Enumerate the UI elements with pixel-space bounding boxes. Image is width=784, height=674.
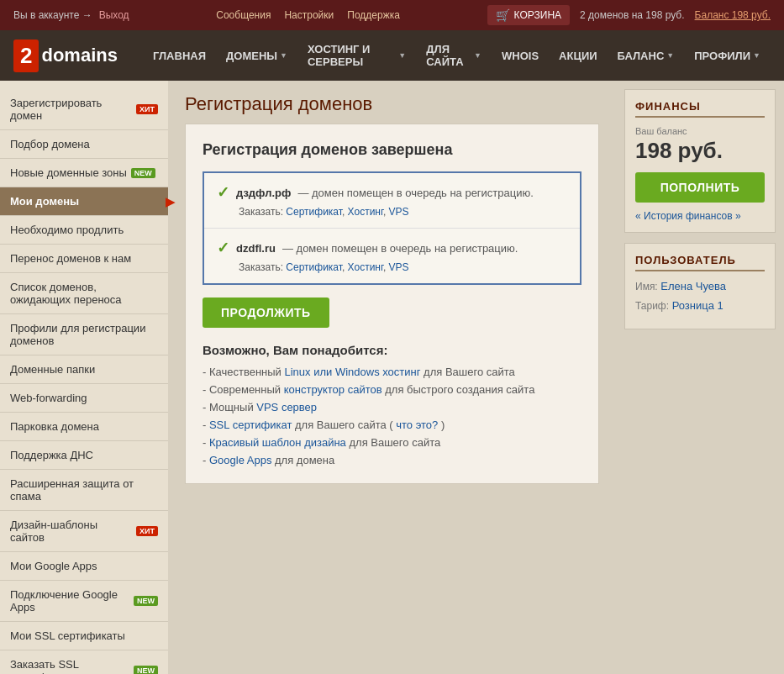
domain-name-2: dzdfl.ru xyxy=(236,242,276,255)
user-name-link[interactable]: Елена Чуева xyxy=(660,280,726,292)
sidebar-item-folders[interactable]: Доменные папки xyxy=(0,355,168,384)
sidebar-item-transfer[interactable]: Перенос доменов к нам xyxy=(0,245,168,273)
sidebar-item-my-domains[interactable]: Мои домены xyxy=(0,187,168,216)
history-link[interactable]: « История финансов » xyxy=(635,210,741,222)
page-title: Регистрация доменов xyxy=(185,93,599,115)
user-name-row: Имя: Елена Чуева xyxy=(635,280,765,292)
user-name-label: Имя: xyxy=(635,281,658,292)
chevron-down-icon: ▼ xyxy=(398,51,406,60)
may-need-title: Возможно, Вам понадобится: xyxy=(203,343,581,357)
sidebar-item-order-ssl[interactable]: Заказать SSL сертификат NEW xyxy=(0,650,168,674)
sidebar-item-webforward[interactable]: Web-forwarding xyxy=(0,384,168,413)
check-icon-2: ✓ xyxy=(217,239,229,257)
may-need-item-6: Google Apps для домена xyxy=(203,454,581,466)
continue-button[interactable]: ПРОДОЛЖИТЬ xyxy=(203,298,329,328)
domain-hosting-link-2[interactable]: Хостинг xyxy=(348,261,383,273)
chevron-down-icon: ▼ xyxy=(753,51,760,60)
sidebar-item-register-domain[interactable]: Зарегистрировать домен ХИТ xyxy=(0,89,168,130)
domain-cert-link-1[interactable]: Сертификат xyxy=(286,206,342,218)
check-icon-1: ✓ xyxy=(217,183,229,202)
badge-new: NEW xyxy=(131,168,155,178)
balance-link[interactable]: Баланс 198 руб. xyxy=(695,9,771,21)
may-need-item-4: SSL сертификат для Вашего сайта ( что эт… xyxy=(203,419,581,431)
domain-hosting-link-1[interactable]: Хостинг xyxy=(348,206,383,218)
top-bar-right: 🛒 КОРЗИНА 2 доменов на 198 руб. Баланс 1… xyxy=(487,5,771,25)
nav-support[interactable]: Поддержка xyxy=(347,9,400,21)
nav-whois[interactable]: WHOIS xyxy=(492,26,549,85)
account-text: Вы в аккаунте → xyxy=(13,9,92,21)
nav-domains[interactable]: ДОМЕНЫ▼ xyxy=(216,26,297,85)
finance-title: ФИНАНСЫ xyxy=(635,100,765,118)
logo-number: 2 xyxy=(13,39,39,72)
sidebar-item-parking[interactable]: Парковка домена xyxy=(0,413,168,441)
cart-button[interactable]: 🛒 КОРЗИНА xyxy=(487,5,570,25)
sidebar-item-design[interactable]: Дизайн-шаблоны сайтов ХИТ xyxy=(0,511,168,552)
sidebar-item-profiles[interactable]: Профили для регистрации доменов xyxy=(0,314,168,355)
sidebar-item-new-zones[interactable]: Новые доменные зоны NEW xyxy=(0,159,168,187)
user-tariff-label: Тариф: xyxy=(635,300,669,312)
domain-desc-2: — домен помещен в очередь на регистрацию… xyxy=(282,242,518,255)
cart-icon: 🛒 xyxy=(496,8,510,22)
nav-profiles[interactable]: ПРОФИЛИ▼ xyxy=(684,26,771,85)
may-need-item-2: Современный конструктор сайтов для быстр… xyxy=(203,383,581,396)
sidebar-item-antispam[interactable]: Расширенная защита от спама xyxy=(0,470,168,511)
cart-info: 2 доменов на 198 руб. xyxy=(580,9,685,21)
main-content: Регистрация доменов Регистрация доменов … xyxy=(168,81,616,674)
sidebar-item-google-apps[interactable]: Мои Google Apps xyxy=(0,552,168,581)
cart-label: КОРЗИНА xyxy=(514,9,561,21)
nav-forsite[interactable]: ДЛЯ САЙТА▼ xyxy=(416,26,492,85)
right-panel: ФИНАНСЫ Ваш баланс 198 руб. ПОПОЛНИТЬ « … xyxy=(616,81,784,674)
user-tariff-link[interactable]: Розница 1 xyxy=(672,299,723,312)
top-bar-left: Вы в аккаунте → Выход xyxy=(13,9,129,21)
badge-new-2: NEW xyxy=(134,596,158,606)
sidebar-item-find-domain[interactable]: Подбор домена xyxy=(0,130,168,159)
user-name-value: Елена Чуева xyxy=(660,280,726,292)
domain-item-1-row: ✓ дздфл.рф — домен помещен в очередь на … xyxy=(217,183,567,202)
badge-new-3: NEW xyxy=(134,666,158,674)
nav-settings[interactable]: Настройки xyxy=(284,9,334,21)
sidebar-item-transfer-list[interactable]: Список доменов, ожидающих переноса xyxy=(0,273,168,314)
nav-promo[interactable]: АКЦИИ xyxy=(549,26,608,85)
domain-name-1: дздфл.рф xyxy=(236,187,291,199)
sidebar-item-connect-google[interactable]: Подключение Google Apps NEW xyxy=(0,581,168,622)
may-need-item-1: Качественный Linux или Windows хостинг д… xyxy=(203,366,581,378)
hosting-link[interactable]: Linux или Windows хостинг xyxy=(285,366,421,378)
user-tariff-value: Розница 1 xyxy=(672,299,723,312)
nav-main[interactable]: ГЛАВНАЯ xyxy=(143,26,216,85)
domain-desc-1: — домен помещен в очередь на регистрацию… xyxy=(297,187,533,199)
logo-text: domains xyxy=(41,45,117,66)
nav-hosting[interactable]: ХОСТИНГ И СЕРВЕРЫ▼ xyxy=(297,26,416,85)
domain-order-2: Заказать: Сертификат, Хостинг, VPS xyxy=(239,261,567,273)
balance-label: Ваш баланс xyxy=(635,126,765,136)
topup-button[interactable]: ПОПОЛНИТЬ xyxy=(635,172,765,203)
chevron-down-icon: ▼ xyxy=(280,51,287,60)
domain-item-1: ✓ дздфл.рф — домен помещен в очередь на … xyxy=(204,173,580,229)
vps-link[interactable]: VPS сервер xyxy=(256,401,317,413)
domain-vps-link-2[interactable]: VPS xyxy=(389,261,409,273)
header: 2 domains ГЛАВНАЯ ДОМЕНЫ▼ ХОСТИНГ И СЕРВ… xyxy=(0,30,784,81)
ssl-link[interactable]: SSL сертификат xyxy=(209,419,292,431)
domains-registered-box: ✓ дздфл.рф — домен помещен в очередь на … xyxy=(203,171,581,285)
domain-vps-link-1[interactable]: VPS xyxy=(389,206,409,218)
domain-cert-link-2[interactable]: Сертификат xyxy=(286,261,342,273)
registration-title: Регистрация доменов завершена xyxy=(203,141,581,159)
logo[interactable]: 2 domains xyxy=(13,39,118,72)
user-title: ПОЛЬЗОВАТЕЛЬ xyxy=(635,254,765,271)
may-need-item-5: Красивый шаблон дизайна для Вашего сайта xyxy=(203,436,581,449)
what-is-link[interactable]: что это? xyxy=(396,419,438,431)
may-need-item-3: Мощный VPS сервер xyxy=(203,401,581,413)
page-title-area: Регистрация доменов xyxy=(185,81,599,124)
content-box: Регистрация доменов завершена ✓ дздфл.рф… xyxy=(185,124,599,484)
google-apps-link[interactable]: Google Apps xyxy=(209,454,271,466)
balance-amount: 198 руб. xyxy=(635,138,765,164)
sidebar-item-dns[interactable]: Поддержка ДНС xyxy=(0,441,168,470)
domain-item-2: ✓ dzdfl.ru — домен помещен в очередь на … xyxy=(204,229,580,283)
logout-link[interactable]: Выход xyxy=(99,9,129,21)
may-need-list: Качественный Linux или Windows хостинг д… xyxy=(203,366,581,466)
constructor-link[interactable]: конструктор сайтов xyxy=(284,383,382,396)
nav-messages[interactable]: Сообщения xyxy=(216,9,271,21)
template-link[interactable]: Красивый шаблон дизайна xyxy=(209,436,346,449)
sidebar-item-renew[interactable]: Необходимо продлить xyxy=(0,216,168,245)
nav-balance[interactable]: БАЛАНС▼ xyxy=(608,26,685,85)
sidebar-item-ssl-list[interactable]: Мои SSL сертификаты xyxy=(0,622,168,650)
